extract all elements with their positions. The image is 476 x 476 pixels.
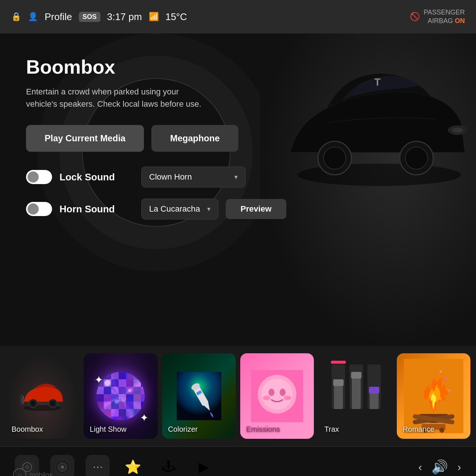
lightshow-tile-label: Light Show: [90, 425, 126, 434]
sparkle-2: ✦: [94, 374, 103, 386]
lock-sound-dropdown-value: Clown Horn: [149, 172, 192, 182]
svg-point-69: [284, 396, 291, 400]
lock-sound-dropdown[interactable]: Clown Horn ▾: [141, 167, 245, 187]
main-content: T Boombox Entertain a crowd when parked …: [0, 33, 476, 346]
play-current-media-button[interactable]: Play Current Media: [26, 125, 144, 152]
svg-rect-80: [369, 387, 379, 393]
svg-rect-15: [104, 372, 111, 379]
profile-label[interactable]: Profile: [45, 11, 72, 23]
svg-rect-51: [111, 409, 119, 416]
megaphone-button[interactable]: Megaphone: [151, 125, 238, 152]
svg-rect-71: [331, 361, 346, 364]
mobilox-logo: ○: [13, 468, 26, 476]
lock-sound-toggle[interactable]: [26, 170, 52, 184]
romance-tile-label: Romance: [403, 425, 435, 434]
lock-icon: 🔒: [11, 12, 21, 22]
svg-rect-47: [134, 402, 141, 409]
car-svg: T: [268, 48, 476, 197]
nav-forward-arrow[interactable]: ›: [457, 461, 461, 473]
svg-rect-36: [104, 394, 111, 402]
boombox-title: Boombox: [26, 56, 286, 78]
app-tile-boombox[interactable]: Boombox: [6, 353, 79, 439]
video-icon: [55, 460, 70, 474]
taskbar-icon-play[interactable]: ▶: [192, 455, 216, 476]
svg-rect-35: [96, 394, 104, 402]
taskbar-icon-game[interactable]: 🕹: [156, 455, 180, 476]
app-tile-lightshow[interactable]: ✦ ✦ Light Show: [84, 353, 157, 439]
sos-badge[interactable]: SOS: [79, 12, 100, 22]
signal-icon: 📶: [149, 12, 159, 22]
app-tile-trax[interactable]: Trax: [318, 353, 392, 439]
car-visual: T: [268, 48, 476, 234]
toggle-section: Lock Sound Clown Horn ▾ Horn Sound La Cu…: [26, 167, 286, 219]
app-tile-emissions[interactable]: Emissions: [240, 353, 314, 439]
horn-sound-dropdown-value: La Cucaracha: [149, 204, 200, 214]
svg-rect-41: [141, 394, 145, 402]
boombox-description: Entertain a crowd when parked using your…: [26, 86, 212, 110]
app-tile-romance[interactable]: ♥ ♥ ♥ Romance: [397, 353, 470, 439]
svg-rect-74: [333, 379, 344, 386]
emissions-tile-label: Emissions: [246, 425, 280, 434]
horn-sound-toggle[interactable]: [26, 202, 52, 216]
svg-rect-17: [119, 372, 126, 379]
svg-point-67: [280, 389, 286, 396]
svg-rect-26: [134, 379, 141, 387]
svg-rect-31: [119, 387, 126, 394]
mobilox-watermark: ○ mobilox: [13, 468, 52, 476]
svg-rect-27: [141, 379, 145, 387]
colorizer-tile-label: Colorizer: [168, 425, 198, 434]
svg-point-57: [128, 389, 132, 392]
app-tile-colorizer[interactable]: Colorizer: [162, 353, 236, 439]
horn-sound-row: Horn Sound La Cucaracha ▾ Preview: [26, 199, 286, 219]
lock-sound-dropdown-arrow: ▾: [234, 173, 238, 181]
preview-button[interactable]: Preview: [226, 199, 286, 219]
nav-back-arrow[interactable]: ‹: [418, 461, 422, 473]
temperature-display: 15°C: [165, 11, 187, 23]
time-display: 3:17 pm: [107, 11, 142, 23]
romance-svg: ♥ ♥ ♥: [404, 359, 463, 433]
sparkle-1: ✦: [140, 412, 148, 424]
svg-rect-49: [96, 409, 104, 416]
svg-text:♥: ♥: [444, 374, 448, 383]
status-bar: 🔒 👤 Profile SOS 3:17 pm 📶 15°C 🚫 PASSENG…: [0, 0, 476, 33]
action-buttons-row: Play Current Media Megaphone: [26, 125, 286, 152]
svg-rect-39: [126, 394, 134, 402]
svg-point-12: [50, 401, 55, 406]
svg-rect-40: [134, 394, 141, 402]
trax-tile-label: Trax: [324, 425, 339, 434]
svg-point-2: [452, 128, 463, 133]
taskbar-icon-dots[interactable]: ⋯: [86, 455, 110, 476]
svg-rect-34: [141, 387, 145, 394]
profile-icon: 👤: [28, 12, 38, 22]
lock-sound-label: Lock Sound: [60, 171, 134, 183]
svg-rect-76: [352, 374, 361, 409]
svg-text:♥: ♥: [448, 387, 451, 393]
svg-rect-29: [104, 387, 111, 394]
svg-point-68: [263, 396, 270, 400]
airbag-icon: 🚫: [410, 12, 420, 22]
disco-ball: [96, 372, 145, 420]
taskbar-icon-star[interactable]: ⭐: [121, 455, 145, 476]
trax-svg: [324, 359, 387, 433]
mobilox-text: mobilox: [29, 471, 52, 476]
status-bar-right: 🚫 PASSENGER AIRBAG ON: [410, 8, 465, 26]
app-grid: Boombox: [0, 346, 476, 446]
taskbar: ⋯ ⭐ 🕹 ▶ ‹ 🔊 › ○ mobilox: [0, 446, 476, 476]
svg-rect-52: [119, 409, 126, 416]
svg-rect-19: [134, 372, 141, 379]
svg-point-65: [261, 379, 293, 410]
svg-rect-28: [96, 387, 104, 394]
horn-sound-dropdown[interactable]: La Cucaracha ▾: [141, 199, 218, 219]
volume-icon[interactable]: 🔊: [431, 459, 448, 475]
car-background: T: [260, 33, 476, 346]
svg-rect-25: [126, 379, 134, 387]
svg-rect-33: [134, 387, 141, 394]
svg-point-91: [440, 428, 444, 432]
svg-text:T: T: [374, 76, 380, 88]
svg-text:♥: ♥: [439, 369, 442, 374]
horn-sound-dropdown-arrow: ▾: [207, 205, 210, 213]
boombox-tile-label: Boombox: [12, 425, 43, 434]
svg-rect-18: [126, 372, 134, 379]
colorizer-svg: [177, 372, 221, 420]
taskbar-icon-video[interactable]: [50, 455, 74, 476]
